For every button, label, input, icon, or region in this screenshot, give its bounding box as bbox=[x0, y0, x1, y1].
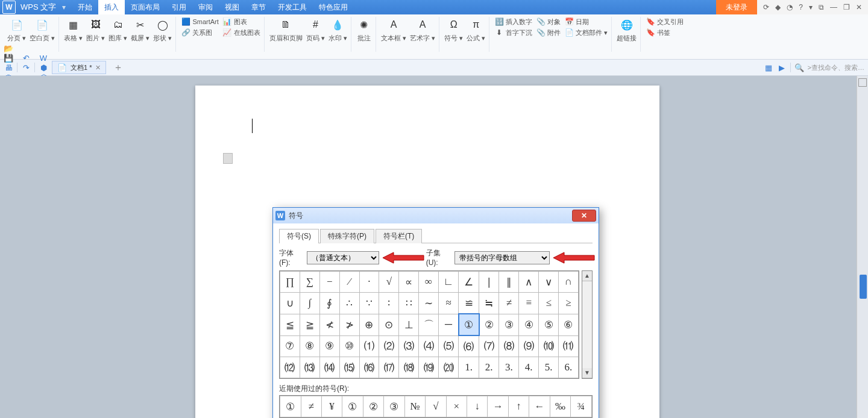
symbol-cell[interactable]: ≯ bbox=[339, 314, 359, 335]
symbol-cell[interactable]: ② bbox=[479, 314, 499, 335]
app-switch-icon[interactable]: W bbox=[39, 53, 48, 63]
ribbon-item[interactable]: ✺批注 bbox=[356, 17, 372, 43]
symbol-cell[interactable]: ⑾ bbox=[558, 335, 578, 357]
symbol-cell[interactable]: ⑤ bbox=[539, 314, 559, 335]
menu-tab-特色应用[interactable]: 特色应用 bbox=[313, 0, 354, 14]
recent-symbol-cell[interactable]: ≠ bbox=[301, 396, 321, 417]
recent-symbol-cell[interactable]: № bbox=[404, 396, 426, 417]
recent-symbol-cell[interactable]: ① bbox=[342, 396, 363, 417]
recent-symbol-cell[interactable]: ↑ bbox=[508, 396, 529, 417]
symbol-cell[interactable]: ∥ bbox=[499, 272, 519, 293]
ribbon-item[interactable]: 📊图表 bbox=[222, 17, 260, 27]
recent-symbol-cell[interactable]: ¥ bbox=[321, 396, 342, 417]
symbol-cell[interactable]: ∫ bbox=[300, 293, 319, 314]
dialog-tab[interactable]: 符号栏(T) bbox=[376, 229, 422, 243]
ribbon-item[interactable]: 📈在线图表 bbox=[222, 28, 260, 37]
ribbon-item[interactable]: 🖼图片 ▾ bbox=[86, 17, 105, 43]
subset-select[interactable]: 带括号的字母数组 bbox=[454, 251, 550, 264]
ribbon-item[interactable]: 📄文档部件 ▾ bbox=[564, 28, 608, 37]
window-control-icon[interactable]: ◆ bbox=[775, 3, 781, 11]
ribbon-item[interactable]: 💧水印 ▾ bbox=[329, 17, 347, 43]
recent-symbol-cell[interactable]: ↓ bbox=[467, 396, 488, 417]
symbol-cell[interactable]: ① bbox=[459, 314, 479, 335]
ribbon-item[interactable]: π公式 ▾ bbox=[467, 17, 485, 43]
window-control-icon[interactable]: ✕ bbox=[856, 3, 862, 11]
symbol-cell[interactable]: 3. bbox=[499, 357, 519, 378]
font-select[interactable]: （普通文本） bbox=[307, 251, 379, 264]
ribbon-item[interactable]: #页码 ▾ bbox=[306, 17, 325, 43]
quick-access-icon[interactable]: 📂 bbox=[4, 43, 13, 53]
recent-symbol-cell[interactable]: ③ bbox=[384, 396, 405, 417]
symbol-cell[interactable]: ⑸ bbox=[439, 335, 459, 357]
recent-symbol-cell[interactable]: ② bbox=[363, 396, 384, 417]
symbol-cell[interactable]: ⑨ bbox=[319, 335, 339, 357]
symbol-cell[interactable]: ⑻ bbox=[499, 335, 519, 357]
window-control-icon[interactable]: ◔ bbox=[787, 3, 793, 11]
recent-symbol-cell[interactable]: ① bbox=[280, 396, 301, 417]
symbol-cell[interactable]: ≡ bbox=[519, 293, 539, 314]
ribbon-item[interactable]: ✂截屏 ▾ bbox=[131, 17, 149, 43]
symbol-cell[interactable]: ∨ bbox=[539, 272, 559, 293]
symbol-cell[interactable]: ⑦ bbox=[280, 335, 300, 357]
symbol-cell[interactable]: ⊙ bbox=[379, 314, 399, 335]
symbol-cell[interactable]: ∷ bbox=[399, 293, 419, 314]
symbol-cell[interactable]: ⒁ bbox=[319, 357, 339, 378]
symbol-cell[interactable]: ⊥ bbox=[399, 314, 419, 335]
ribbon-item[interactable]: 🔢插入数字 bbox=[494, 17, 532, 27]
scroll-down-icon[interactable]: ▼ bbox=[582, 368, 592, 378]
ribbon-item[interactable]: 📎对象 bbox=[536, 17, 561, 27]
symbol-cell[interactable]: ∮ bbox=[319, 293, 339, 314]
app-menu-dropdown-icon[interactable]: ▾ bbox=[62, 3, 66, 11]
symbol-cell[interactable]: ∣ bbox=[479, 272, 499, 293]
ribbon-item[interactable]: 🗂图库 ▾ bbox=[108, 17, 127, 43]
login-button[interactable]: 未登录 bbox=[716, 0, 757, 14]
ribbon-item[interactable]: 🌐超链接 bbox=[617, 17, 637, 43]
symbol-cell[interactable]: ∼ bbox=[419, 293, 439, 314]
ribbon-item[interactable]: 🔖交叉引用 bbox=[646, 17, 684, 27]
recent-symbol-cell[interactable]: × bbox=[446, 396, 467, 417]
new-tab-button[interactable]: ＋ bbox=[110, 61, 127, 74]
dialog-tab[interactable]: 符号(S) bbox=[279, 229, 319, 243]
menu-tab-开发工具[interactable]: 开发工具 bbox=[272, 0, 313, 14]
window-control-icon[interactable]: ? bbox=[799, 3, 803, 11]
symbol-cell[interactable]: ③ bbox=[499, 314, 519, 335]
command-search[interactable]: >查找命令、搜索… bbox=[808, 63, 864, 72]
symbol-cell[interactable]: ⒂ bbox=[339, 357, 359, 378]
symbol-cell[interactable]: 6. bbox=[558, 357, 578, 378]
symbol-cell[interactable]: ⑽ bbox=[539, 335, 559, 357]
symbol-cell[interactable]: ≦ bbox=[280, 314, 300, 335]
symbol-cell[interactable]: ④ bbox=[519, 314, 539, 335]
symbol-cell[interactable]: ∙ bbox=[359, 272, 379, 293]
symbol-cell[interactable]: ⒅ bbox=[399, 357, 419, 378]
symbol-cell[interactable]: − bbox=[319, 272, 339, 293]
symbol-cell[interactable]: ⑩ bbox=[339, 335, 359, 357]
window-control-icon[interactable]: ❐ bbox=[843, 3, 850, 11]
symbol-cell[interactable]: ─ bbox=[439, 314, 459, 335]
symbol-cell[interactable]: ⑿ bbox=[280, 357, 300, 378]
symbol-cell[interactable]: ∩ bbox=[558, 272, 578, 293]
scroll-up-icon[interactable]: ▲ bbox=[582, 271, 592, 281]
symbol-cell[interactable]: ⒆ bbox=[419, 357, 439, 378]
recent-symbol-cell[interactable]: ← bbox=[529, 396, 550, 417]
ribbon-item[interactable]: 📄空白页 ▾ bbox=[30, 17, 55, 43]
symbol-cell[interactable]: ≮ bbox=[319, 314, 339, 335]
symbol-cell[interactable]: ≈ bbox=[439, 293, 459, 314]
qa-icon[interactable]: ▶ bbox=[777, 63, 787, 72]
qa-icon[interactable]: ▦ bbox=[764, 63, 773, 72]
dialog-close-button[interactable]: ✕ bbox=[572, 210, 596, 222]
symbol-cell[interactable]: ∠ bbox=[459, 272, 479, 293]
symbol-cell[interactable]: ∴ bbox=[339, 293, 359, 314]
undo-redo-icon[interactable]: ↶ bbox=[21, 53, 31, 63]
ribbon-item[interactable]: ◯形状 ▾ bbox=[153, 17, 172, 43]
recent-symbol-cell[interactable]: ¾ bbox=[571, 396, 592, 417]
dialog-tab[interactable]: 特殊字符(P) bbox=[320, 229, 374, 243]
search-icon[interactable]: 🔍 bbox=[794, 63, 804, 72]
ribbon-item[interactable]: 🔖书签 bbox=[646, 28, 684, 37]
symbol-cell[interactable]: √ bbox=[379, 272, 399, 293]
symbol-cell[interactable]: ≒ bbox=[479, 293, 499, 314]
symbol-cell[interactable]: ∏ bbox=[280, 272, 300, 293]
symbol-cell[interactable]: ∵ bbox=[359, 293, 379, 314]
ribbon-item[interactable]: A艺术字 ▾ bbox=[410, 17, 435, 43]
symbol-cell[interactable]: ⑵ bbox=[379, 335, 399, 357]
symbol-cell[interactable]: ≌ bbox=[459, 293, 479, 314]
